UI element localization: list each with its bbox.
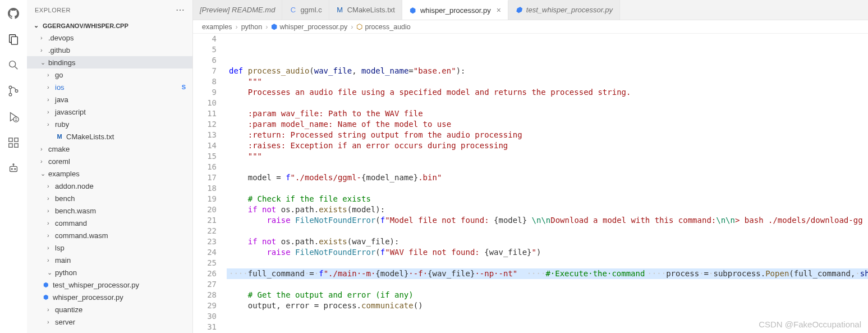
folder-item[interactable]: ›command [27, 217, 192, 229]
search-icon[interactable] [7, 58, 20, 72]
github-icon[interactable] [7, 7, 20, 20]
folder-item[interactable]: ›cmake [27, 143, 192, 155]
line-number: 21 [193, 215, 217, 226]
breadcrumb-segment[interactable]: examples [202, 23, 232, 31]
tree-item-label: command [55, 219, 87, 227]
folder-item[interactable]: ›lsp [27, 241, 192, 254]
line-number: 22 [193, 226, 217, 236]
code-line[interactable]: :param model_name: Name of the model to … [227, 119, 868, 130]
breadcrumb-segment[interactable]: process_audio [365, 23, 410, 31]
code-line[interactable]: raise FileNotFoundError(f"Model file not… [227, 215, 868, 226]
breadcrumb-segment[interactable]: whisper_processor.py [279, 23, 347, 31]
code-line[interactable]: """ [227, 151, 868, 162]
folder-item[interactable]: ›command.wasm [27, 229, 192, 241]
code-line[interactable]: # Get the output and error (if any) [227, 290, 868, 300]
breadcrumb-segment[interactable]: python [241, 23, 263, 31]
code-line[interactable]: model = f"./models/ggml-{model_name}.bin… [227, 172, 868, 183]
chevron-icon: › [47, 220, 54, 226]
code-line[interactable] [227, 162, 868, 172]
line-number: 20 [193, 204, 217, 215]
folder-item[interactable]: ›server [27, 316, 192, 328]
folder-item[interactable]: ›bench [27, 192, 192, 204]
file-item[interactable]: ⬢test_whisper_processor.py [27, 279, 192, 291]
svg-rect-10 [9, 144, 12, 147]
breadcrumb[interactable]: examples› python›⬢ whisper_processor.py›… [193, 20, 868, 34]
folder-item[interactable]: ⌄examples [27, 167, 192, 180]
folder-item[interactable]: ›.github [27, 44, 192, 56]
code-line[interactable] [227, 183, 868, 194]
tab[interactable]: Cggml.c [282, 0, 329, 20]
tab-label: [Preview] README.md [200, 6, 275, 14]
code-line[interactable] [517, 268, 524, 279]
folder-item[interactable]: ⌄bindings [27, 56, 192, 69]
file-item[interactable]: ⬢whisper_processor.py [27, 291, 192, 303]
code-line[interactable]: ····#·Execute·the·command [525, 268, 645, 279]
folder-item[interactable]: ›coreml [27, 155, 192, 167]
folder-item[interactable]: ›.devops [27, 31, 192, 44]
code-line[interactable]: ····process·=·subprocess.Popen(full_comm… [645, 268, 868, 279]
code-line[interactable]: if not os.path.exists(model): [227, 204, 868, 215]
folder-item[interactable]: ›quantize [27, 303, 192, 316]
code-line[interactable]: ····full_command·=·f"./main·-m·{model}·-… [227, 268, 517, 279]
folder-item[interactable]: ⌄python [27, 266, 192, 279]
chevron-right-icon: › [351, 23, 353, 31]
code-line[interactable] [227, 311, 868, 322]
project-title[interactable]: ⌄ GGERGANOV/WHISPER.CPP [27, 20, 192, 31]
folder-item[interactable]: ›bench.wasm [27, 204, 192, 217]
code-line[interactable] [227, 258, 868, 268]
line-number: 10 [193, 98, 217, 108]
folder-item[interactable]: ›iosS [27, 81, 192, 93]
tree-item-label: quantize [55, 305, 82, 314]
folder-item[interactable]: ›ruby [27, 118, 192, 130]
svg-point-5 [9, 93, 12, 96]
code-line[interactable]: Processes an audio file using a specifie… [227, 87, 868, 98]
code-line[interactable]: """ [227, 76, 868, 87]
folder-item[interactable]: ›addon.node [27, 180, 192, 192]
line-number: 31 [193, 322, 217, 332]
code-line[interactable]: if not os.path.exists(wav_file): [227, 236, 868, 247]
robot-icon[interactable] [7, 162, 20, 175]
code-line[interactable]: def process_audio(wav_file, model_name="… [227, 66, 868, 76]
file-item[interactable]: MCMakeLists.txt [27, 130, 192, 143]
code-line[interactable] [227, 279, 868, 290]
file-icon: ⬢ [271, 22, 277, 31]
source-control-icon[interactable] [7, 84, 20, 98]
tree-item-label: java [55, 95, 68, 104]
file-icon: ⬢ [515, 6, 523, 14]
line-number: 9 [193, 87, 217, 98]
run-debug-icon[interactable] [7, 110, 20, 124]
tab[interactable]: ⬢whisper_processor.py× [402, 0, 508, 20]
tree-item-label: ios [55, 83, 65, 92]
code-line[interactable]: raise FileNotFoundError(f"WAV file not f… [227, 247, 868, 258]
code-line[interactable] [227, 226, 868, 236]
extensions-icon[interactable] [7, 136, 20, 149]
folder-item[interactable]: ›go [27, 69, 192, 81]
file-icon: M [336, 6, 344, 14]
code-area[interactable]: 4567891011121314151617181920212223242526… [193, 34, 868, 333]
chevron-icon: › [47, 96, 54, 103]
code-content[interactable]: def process_audio(wav_file, model_name="… [227, 34, 868, 333]
code-line[interactable]: :param wav_file: Path to the WAV file [227, 108, 868, 119]
folder-item[interactable]: ›java [27, 93, 192, 106]
svg-rect-13 [10, 166, 17, 171]
svg-point-8 [13, 117, 19, 122]
folder-item[interactable]: ›javascript [27, 106, 192, 118]
close-icon[interactable]: × [497, 6, 501, 15]
line-number: 24 [193, 247, 217, 258]
tab[interactable]: ⬢test_whisper_processor.py [508, 0, 620, 20]
code-line[interactable]: output, error = process.communicate() [227, 300, 868, 311]
explorer-icon[interactable] [7, 33, 20, 46]
line-number: 30 [193, 311, 217, 322]
folder-item[interactable]: ›main [27, 254, 192, 266]
svg-point-4 [9, 86, 12, 89]
tab[interactable]: [Preview] README.md [193, 0, 282, 20]
more-icon[interactable]: ⋯ [176, 4, 185, 15]
code-line[interactable]: # Check if the file exists [227, 194, 868, 204]
chevron-icon: › [47, 71, 54, 78]
activity-bar [0, 0, 27, 333]
code-line[interactable]: :raises: Exception if an error occurs du… [227, 140, 868, 151]
code-line[interactable] [227, 98, 868, 108]
code-line[interactable]: :return: Processed string output from th… [227, 130, 868, 140]
code-line[interactable] [227, 55, 868, 66]
tab[interactable]: MCMakeLists.txt [329, 0, 402, 20]
